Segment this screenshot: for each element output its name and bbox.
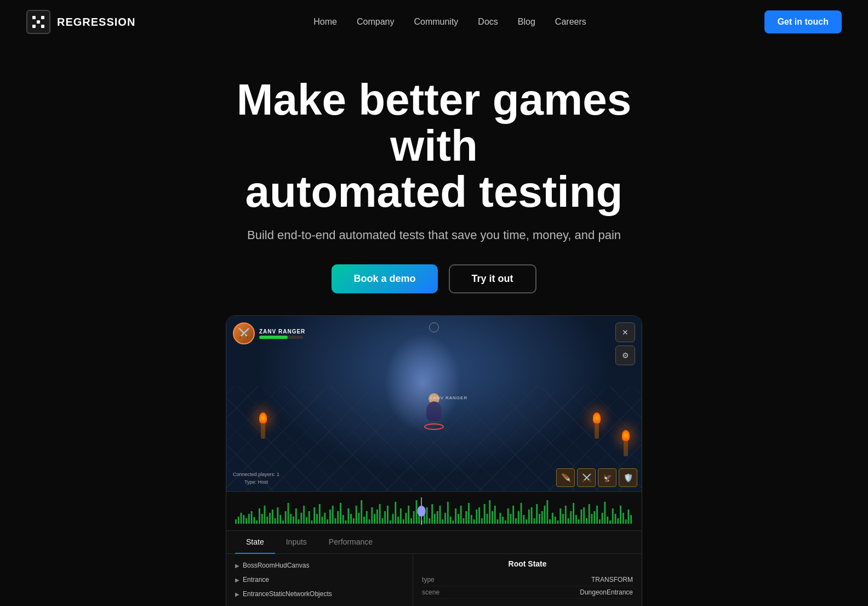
svg-rect-44: [350, 514, 352, 524]
svg-rect-45: [353, 518, 355, 524]
close-hud-button[interactable]: ✕: [615, 322, 635, 342]
svg-rect-117: [541, 511, 543, 524]
svg-rect-23: [295, 508, 297, 524]
svg-rect-102: [502, 517, 504, 524]
svg-rect-91: [473, 519, 475, 524]
settings-hud-button[interactable]: ⚙: [615, 346, 635, 365]
tab-state[interactable]: State: [235, 531, 275, 554]
logo-link[interactable]: REGRESSION: [26, 10, 135, 34]
svg-rect-130: [575, 515, 577, 524]
svg-rect-151: [630, 515, 632, 524]
svg-rect-38: [335, 518, 336, 524]
navbar: REGRESSION Home Company Community Docs B…: [0, 0, 868, 44]
svg-rect-92: [476, 509, 477, 524]
svg-rect-85: [458, 514, 459, 524]
svg-rect-108: [518, 511, 519, 524]
book-demo-button[interactable]: Book a demo: [332, 264, 437, 293]
skill-2-button[interactable]: ⚔️: [577, 468, 596, 487]
svg-rect-100: [497, 519, 499, 524]
hero-section: Make better games with automated testing…: [0, 44, 868, 606]
svg-rect-4: [245, 518, 247, 524]
hud-top-right: ✕ ⚙: [615, 322, 635, 365]
tree-item-entrance-static[interactable]: ▶ EntranceStaticNetworkObjects: [226, 587, 413, 601]
svg-rect-122: [555, 517, 556, 524]
nav-docs[interactable]: Docs: [478, 17, 498, 26]
svg-rect-143: [609, 520, 611, 524]
svg-rect-74: [429, 518, 430, 524]
svg-rect-53: [374, 514, 375, 524]
svg-rect-103: [505, 520, 506, 524]
svg-rect-101: [499, 513, 501, 524]
svg-rect-26: [303, 506, 305, 524]
nav-blog[interactable]: Blog: [518, 17, 535, 26]
nav-community[interactable]: Community: [414, 17, 458, 26]
svg-rect-41: [342, 515, 344, 524]
nav-home[interactable]: Home: [313, 17, 337, 26]
svg-rect-47: [358, 513, 359, 524]
svg-rect-59: [390, 520, 391, 524]
svg-rect-20: [288, 503, 289, 524]
nav-company[interactable]: Company: [357, 17, 394, 26]
svg-rect-82: [450, 517, 452, 524]
svg-rect-97: [489, 500, 490, 524]
tree-item-boss-room[interactable]: ▶ BossRoomHudCanvas: [226, 558, 413, 573]
character-label: ZANV RANGER: [430, 395, 467, 400]
get-in-touch-button[interactable]: Get in touch: [764, 10, 842, 33]
svg-rect-96: [487, 514, 488, 524]
svg-rect-145: [615, 514, 616, 524]
svg-rect-37: [332, 506, 334, 524]
svg-rect-70: [418, 515, 420, 524]
svg-rect-62: [397, 517, 399, 524]
svg-rect-138: [596, 506, 598, 524]
svg-rect-104: [507, 508, 509, 524]
svg-rect-141: [604, 502, 606, 524]
svg-rect-73: [426, 507, 428, 524]
svg-rect-139: [599, 519, 601, 524]
svg-rect-21: [290, 514, 292, 524]
svg-rect-30: [313, 507, 315, 524]
svg-rect-126: [565, 506, 567, 524]
svg-rect-98: [492, 511, 493, 524]
svg-rect-18: [282, 520, 284, 524]
svg-rect-147: [620, 506, 621, 524]
tab-inputs[interactable]: Inputs: [275, 531, 318, 554]
svg-rect-2: [241, 513, 242, 524]
svg-rect-33: [322, 517, 323, 524]
skill-1-button[interactable]: 🪶: [556, 468, 575, 487]
svg-rect-90: [471, 515, 472, 524]
target-ring: [424, 423, 444, 430]
svg-rect-65: [405, 513, 407, 524]
connected-players-text: Connected players: 1: [233, 471, 279, 479]
waveform[interactable]: Tick 241: [235, 497, 633, 525]
nav-careers[interactable]: Careers: [555, 17, 586, 26]
svg-rect-24: [298, 519, 300, 524]
svg-rect-119: [546, 500, 548, 524]
tree-item-entrance[interactable]: ▶ Entrance: [226, 573, 413, 587]
svg-rect-115: [536, 504, 538, 524]
svg-rect-27: [306, 517, 307, 524]
chevron-right-icon: ▶: [235, 591, 239, 597]
svg-rect-49: [363, 517, 365, 524]
skill-3-button[interactable]: 🦅: [598, 468, 616, 487]
svg-rect-105: [510, 514, 512, 524]
svg-rect-80: [444, 513, 446, 524]
svg-rect-68: [413, 511, 415, 524]
circle-target-icon: [429, 322, 439, 332]
svg-rect-127: [568, 518, 569, 524]
svg-rect-52: [371, 507, 373, 524]
svg-rect-125: [562, 514, 564, 524]
svg-rect-111: [526, 519, 527, 524]
svg-rect-123: [557, 520, 558, 524]
svg-rect-142: [607, 517, 608, 524]
svg-rect-135: [589, 504, 590, 524]
svg-rect-34: [324, 513, 326, 524]
tab-performance[interactable]: Performance: [318, 531, 384, 554]
svg-rect-112: [528, 509, 530, 524]
skill-4-button[interactable]: 🛡️: [619, 468, 637, 487]
svg-rect-28: [309, 511, 310, 524]
svg-rect-46: [356, 506, 357, 524]
game-background: ZANV RANGER ⚔️ ZANV RANGER ✕: [226, 316, 642, 491]
logo-text: REGRESSION: [57, 16, 135, 29]
try-it-out-button[interactable]: Try it out: [449, 264, 536, 293]
torch-far-right: [623, 434, 629, 456]
